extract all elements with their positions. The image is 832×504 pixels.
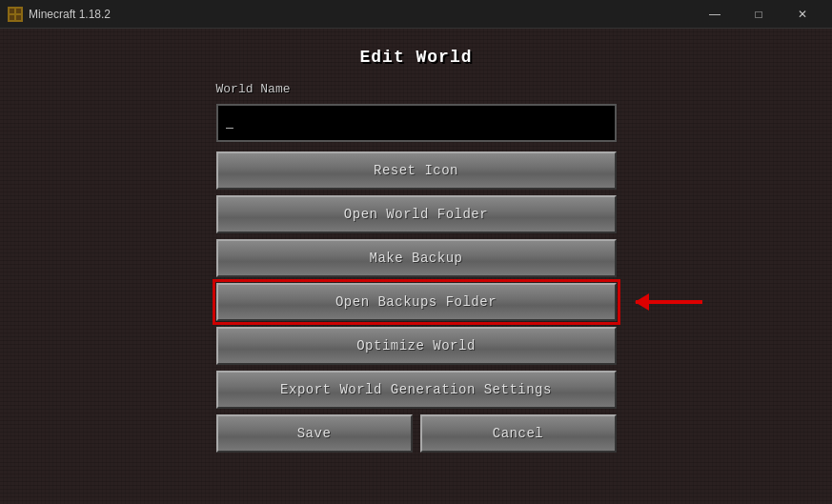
export-world-gen-button[interactable]: Export World Generation Settings xyxy=(216,371,617,409)
minimize-button[interactable]: — xyxy=(693,0,737,29)
optimize-world-button[interactable]: Optimize World xyxy=(216,327,617,365)
maximize-button[interactable]: □ xyxy=(737,0,781,29)
app-icon xyxy=(8,7,23,22)
world-name-input[interactable] xyxy=(216,104,617,142)
cancel-button[interactable]: Cancel xyxy=(420,414,617,453)
svg-rect-3 xyxy=(10,15,14,20)
titlebar-title: Minecraft 1.18.2 xyxy=(29,8,693,21)
world-name-label: World Name xyxy=(216,82,617,96)
svg-rect-2 xyxy=(16,9,21,13)
form-container: World Name Reset Icon Open World Folder … xyxy=(216,82,617,453)
svg-rect-4 xyxy=(16,15,21,20)
open-backups-row: Open Backups Folder xyxy=(216,283,617,321)
open-world-folder-button[interactable]: Open World Folder xyxy=(216,195,617,233)
titlebar: Minecraft 1.18.2 — □ ✕ xyxy=(0,0,832,29)
page-title: Edit World xyxy=(359,48,472,67)
close-button[interactable]: ✕ xyxy=(781,0,824,29)
open-backups-folder-button[interactable]: Open Backups Folder xyxy=(216,283,617,321)
titlebar-controls: — □ ✕ xyxy=(693,0,824,29)
main-content: Edit World World Name Reset Icon Open Wo… xyxy=(0,29,832,504)
arrow-indicator xyxy=(636,300,702,304)
bottom-button-row: Save Cancel xyxy=(216,414,617,453)
reset-icon-button[interactable]: Reset Icon xyxy=(216,151,617,190)
save-button[interactable]: Save xyxy=(216,414,413,453)
make-backup-button[interactable]: Make Backup xyxy=(216,239,617,277)
svg-rect-1 xyxy=(10,9,14,13)
